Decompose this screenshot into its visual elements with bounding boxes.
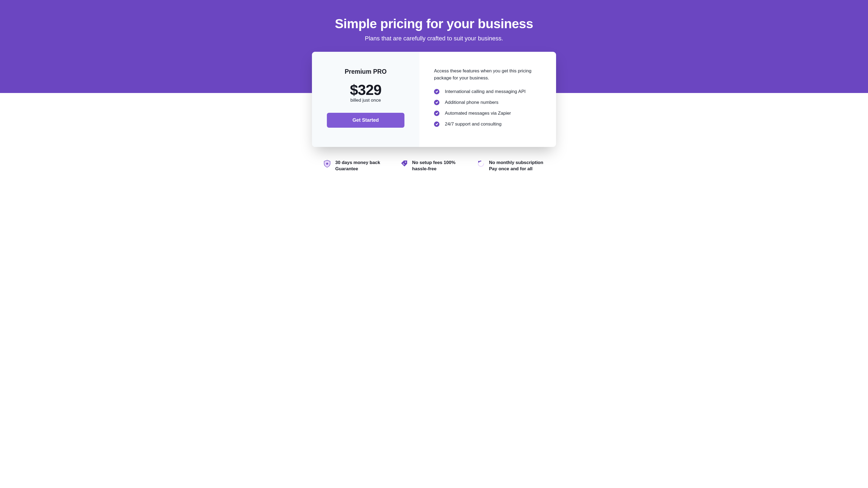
plan-price: $329 bbox=[327, 82, 404, 98]
feature-text: 24/7 support and consulting bbox=[445, 122, 501, 127]
feature-list: International calling and messaging API … bbox=[434, 89, 541, 127]
check-icon bbox=[434, 100, 439, 105]
get-started-button[interactable]: Get Started bbox=[327, 113, 404, 128]
benefit-text: No monthly subscription Pay once and for… bbox=[489, 159, 545, 172]
benefit-item: 30 days money back Guarantee bbox=[323, 159, 392, 172]
tag-icon bbox=[400, 159, 408, 168]
feature-text: Automated messages via Zapier bbox=[445, 110, 511, 116]
benefit-text: No setup fees 100% hassle-free bbox=[412, 159, 468, 172]
benefit-item: No setup fees 100% hassle-free bbox=[400, 159, 468, 172]
feature-item: Additional phone numbers bbox=[434, 100, 541, 105]
plan-name: Premium PRO bbox=[327, 68, 404, 75]
hero-title: Simple pricing for your business bbox=[285, 16, 583, 31]
feature-item: 24/7 support and consulting bbox=[434, 122, 541, 127]
shield-star-icon bbox=[323, 159, 332, 168]
feature-text: Additional phone numbers bbox=[445, 100, 499, 105]
feature-item: Automated messages via Zapier bbox=[434, 110, 541, 116]
benefits-row: 30 days money back Guarantee No setup fe… bbox=[312, 159, 556, 172]
refresh-icon bbox=[476, 159, 485, 168]
feature-item: International calling and messaging API bbox=[434, 89, 541, 94]
benefit-item: No monthly subscription Pay once and for… bbox=[476, 159, 545, 172]
benefit-text: 30 days money back Guarantee bbox=[335, 159, 392, 172]
billing-note: billed just once bbox=[327, 98, 404, 103]
svg-point-1 bbox=[405, 162, 406, 163]
check-icon bbox=[434, 89, 439, 94]
features-lead: Access these features when you get this … bbox=[434, 67, 541, 82]
hero-subtitle: Plans that are carefully crafted to suit… bbox=[285, 35, 583, 42]
pricing-card: Premium PRO $329 billed just once Get St… bbox=[312, 52, 556, 147]
feature-text: International calling and messaging API bbox=[445, 89, 526, 94]
check-icon bbox=[434, 122, 439, 127]
pricing-summary: Premium PRO $329 billed just once Get St… bbox=[312, 52, 420, 147]
pricing-features-panel: Access these features when you get this … bbox=[420, 52, 556, 147]
check-icon bbox=[434, 110, 439, 116]
